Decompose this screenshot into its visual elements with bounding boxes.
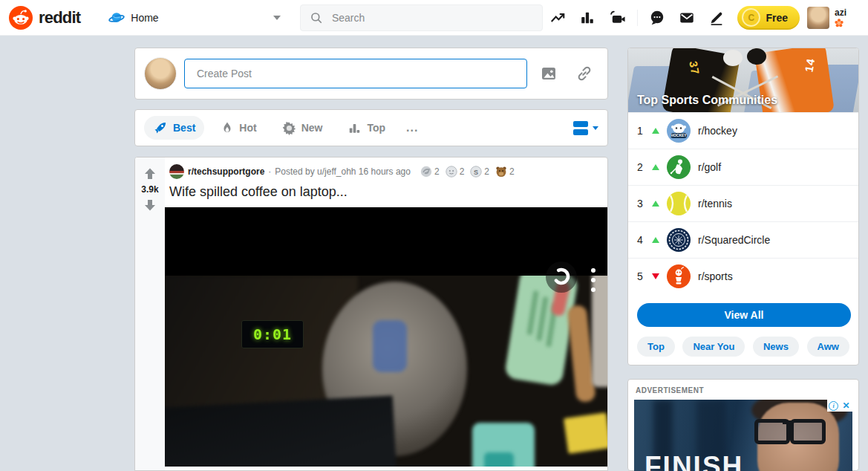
post-byline[interactable]: Posted by u/jeff_ohh 16 hours ago: [275, 166, 411, 177]
clock-digits: 0:01: [253, 325, 292, 343]
topic-chips: Top Near You News Aww: [628, 336, 858, 357]
rank: 1: [637, 125, 645, 137]
trending-up-icon: [549, 10, 566, 26]
card-view-icon: [573, 121, 588, 135]
community-row-golf[interactable]: 2 r/golf: [628, 149, 858, 185]
widget-title: Top Sports Communities: [637, 94, 777, 107]
view-mode-dropdown[interactable]: [573, 121, 598, 135]
community-dropdown[interactable]: Home: [104, 7, 285, 29]
subreddit-name[interactable]: r/techsupportgore: [188, 166, 264, 177]
ad-info-button[interactable]: i: [827, 400, 840, 412]
sort-new-tab[interactable]: New: [273, 117, 332, 140]
ad-headline: FINISH: [645, 451, 743, 471]
sort-best-tab[interactable]: Best: [144, 116, 204, 140]
image-icon: [540, 65, 558, 82]
reddit-logo[interactable]: reddit: [9, 6, 80, 30]
create-post-button[interactable]: [702, 6, 731, 30]
award-silver-wreath[interactable]: 2: [420, 166, 440, 178]
trending-button[interactable]: [543, 6, 572, 30]
advertisement-label: ADVERTISEMENT: [636, 386, 852, 394]
reddit-home-page: reddit Home: [0, 0, 868, 471]
sort-top-tab[interactable]: Top: [339, 117, 394, 140]
sunburst-icon: [282, 121, 296, 135]
r-golf-avatar: [667, 155, 691, 179]
award-snoo-coin[interactable]: 2: [446, 166, 465, 178]
top-communities-button[interactable]: [572, 6, 602, 30]
video-settings-button[interactable]: [545, 261, 578, 296]
image-post-button[interactable]: [535, 62, 563, 85]
sort-top-label: Top: [367, 122, 385, 134]
rank: 5: [637, 270, 645, 282]
community-row-sports[interactable]: 5 r/sports: [628, 258, 858, 294]
award-count: 2: [509, 166, 515, 177]
reddit-wordmark: reddit: [39, 8, 80, 27]
broadcast-button[interactable]: [602, 5, 633, 30]
glasses: [754, 419, 820, 438]
chip-news[interactable]: News: [753, 337, 799, 357]
ad-image[interactable]: FINISH i ✕: [634, 400, 852, 471]
silver-wreath-icon: [420, 166, 432, 178]
home-planet-icon: [108, 10, 125, 26]
video-player[interactable]: 0:01: [165, 207, 607, 467]
ad-close-button[interactable]: ✕: [840, 400, 852, 412]
r-sports-avatar: [667, 264, 691, 288]
community-name: r/golf: [698, 161, 721, 173]
sort-more-button[interactable]: ...: [402, 121, 422, 134]
username: azi: [835, 7, 846, 19]
chip-aww[interactable]: Aww: [807, 337, 849, 357]
search-bar[interactable]: [300, 4, 543, 31]
create-post-input[interactable]: [184, 59, 527, 88]
top-nav-bar: reddit Home: [0, 0, 868, 36]
trend-up-icon: [652, 164, 659, 170]
svg-text:S: S: [474, 169, 478, 176]
messages-button[interactable]: [672, 6, 702, 30]
vote-column: 3.9k: [135, 157, 165, 470]
nav-divider: [637, 10, 638, 26]
coin-icon: C: [742, 8, 760, 27]
community-name: r/sports: [698, 270, 733, 282]
downvote-button[interactable]: [141, 196, 159, 214]
sort-hot-label: Hot: [239, 122, 256, 134]
chip-near-you[interactable]: Near You: [682, 337, 745, 357]
sort-best-label: Best: [173, 122, 195, 134]
r-hockey-avatar: HOCKEY: [667, 119, 691, 143]
karma-row: [835, 19, 846, 27]
avatar[interactable]: [144, 57, 177, 90]
sort-hot-tab[interactable]: Hot: [212, 116, 265, 140]
bar-chart-icon: [579, 10, 595, 26]
award-wholesome-bear[interactable]: 2: [495, 166, 515, 178]
karma-flower-icon: [835, 19, 843, 27]
gear-icon: [545, 261, 578, 293]
svg-text:HOCKEY: HOCKEY: [670, 133, 687, 137]
top-bars-icon: [347, 121, 362, 135]
user-meta: azi: [835, 7, 846, 27]
search-input[interactable]: [330, 11, 533, 25]
award-count: 2: [484, 166, 489, 177]
upvote-arrow-icon: [143, 166, 157, 181]
reddit-snoo-icon: [9, 6, 33, 30]
trend-down-icon: [652, 273, 659, 279]
jersey-number: 37: [687, 60, 702, 76]
post-card: 3.9k r/techsupportgore · Posted by u/jef…: [134, 157, 608, 471]
subreddit-avatar[interactable]: [169, 164, 184, 179]
award-silver-coin[interactable]: S 2: [470, 166, 489, 178]
post-title[interactable]: Wife spilled coffee on laptop...: [165, 179, 607, 207]
video-more-options-button[interactable]: [591, 268, 595, 292]
community-row-squaredcircle[interactable]: 4 r/SquaredCircle: [628, 221, 858, 258]
post-awards: 2 2 S: [420, 166, 515, 178]
link-post-button[interactable]: [570, 62, 598, 85]
community-row-hockey[interactable]: 1 HOCKEY r/hockey: [628, 112, 858, 149]
free-label: Free: [766, 12, 788, 24]
chat-button[interactable]: [642, 6, 672, 30]
get-coins-button[interactable]: C Free: [737, 6, 800, 30]
user-menu[interactable]: azi: [807, 7, 859, 29]
rank: 2: [637, 161, 645, 173]
view-all-button[interactable]: View All: [637, 303, 851, 327]
upvote-button[interactable]: [141, 165, 159, 183]
snoo-coin-icon: [446, 166, 457, 178]
rocket-icon: [153, 120, 168, 135]
community-row-tennis[interactable]: 3 r/tennis: [628, 185, 858, 221]
chip-top[interactable]: Top: [637, 337, 675, 357]
separator-dot: ·: [268, 166, 271, 177]
trend-up-icon: [652, 201, 659, 207]
